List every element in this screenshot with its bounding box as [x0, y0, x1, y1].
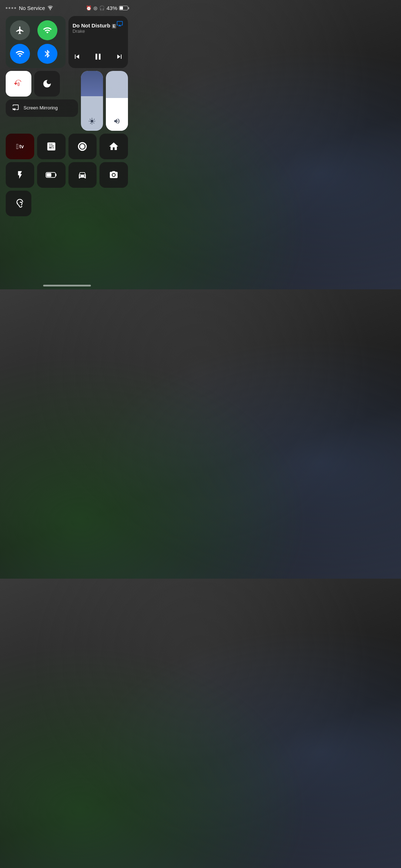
volume-icon	[113, 118, 120, 126]
small-buttons-row	[6, 71, 78, 97]
cellular-data-button[interactable]	[37, 20, 57, 40]
svg-point-0	[50, 9, 51, 10]
signal-dot-4	[14, 7, 16, 9]
signal-dot-3	[11, 7, 13, 9]
status-left: No Service	[6, 5, 53, 11]
bluetooth-button[interactable]	[37, 44, 57, 64]
now-playing-panel[interactable]: Do Not Disturb E Drake	[68, 16, 128, 68]
next-button[interactable]	[115, 52, 124, 63]
middle-row: Screen Mirroring	[6, 71, 128, 131]
volume-slider[interactable]	[106, 71, 128, 131]
screen-mirror-icon	[11, 104, 20, 113]
signal-dots	[6, 7, 16, 9]
previous-button[interactable]	[73, 52, 81, 63]
status-bar: No Service ⏰ ◎ 🎧 43%	[0, 0, 134, 13]
now-playing-artist: Drake	[73, 29, 124, 34]
alarm-icon: ⏰	[86, 5, 92, 11]
apple-tv-logo: tv	[16, 143, 24, 151]
camera-button[interactable]	[99, 162, 128, 188]
app-row-3	[6, 191, 128, 216]
low-power-mode-button[interactable]	[37, 162, 66, 188]
rotation-lock-button[interactable]	[6, 71, 31, 97]
app-row-1: tv	[6, 134, 128, 159]
battery-percent: 43%	[107, 5, 117, 11]
status-right: ⏰ ◎ 🎧 43%	[86, 5, 128, 11]
home-button[interactable]	[99, 134, 128, 159]
sliders-column	[81, 71, 128, 131]
wifi-status-icon	[47, 5, 53, 11]
screen-mirroring-button[interactable]: Screen Mirroring	[6, 99, 78, 117]
hearing-button[interactable]	[6, 191, 31, 216]
apple-tv-button[interactable]: tv	[6, 134, 34, 159]
svg-point-2	[80, 144, 85, 149]
calculator-button[interactable]	[37, 134, 66, 159]
brightness-slider[interactable]	[81, 71, 103, 131]
carrier-text: No Service	[19, 5, 45, 11]
screen-mirroring-label: Screen Mirroring	[24, 105, 58, 111]
playback-controls	[73, 52, 124, 64]
flashlight-button[interactable]	[6, 162, 34, 188]
carplay-button[interactable]	[68, 162, 97, 188]
svg-rect-4	[46, 173, 51, 177]
signal-dot-2	[9, 7, 10, 9]
pause-button[interactable]	[93, 52, 103, 64]
do-not-disturb-button[interactable]	[34, 71, 60, 97]
signal-dot-1	[6, 7, 7, 9]
brightness-icon	[88, 118, 96, 126]
airplane-mode-button[interactable]	[10, 20, 30, 40]
focus-icon: ◎	[93, 5, 97, 11]
battery-icon	[119, 6, 128, 10]
wifi-toggle-button[interactable]	[10, 44, 30, 64]
screen-record-button[interactable]	[68, 134, 97, 159]
svg-rect-5	[55, 174, 56, 176]
mid-left: Screen Mirroring	[6, 71, 78, 131]
brightness-fill	[81, 71, 103, 96]
top-row: Do Not Disturb E Drake	[6, 16, 128, 68]
control-center: Do Not Disturb E Drake	[0, 13, 134, 222]
home-indicator	[43, 285, 91, 286]
battery-fill	[120, 6, 123, 10]
headphones-icon: 🎧	[99, 5, 105, 11]
app-row-2	[6, 162, 128, 188]
airplay-icon[interactable]	[116, 20, 124, 29]
connectivity-panel	[6, 16, 66, 68]
